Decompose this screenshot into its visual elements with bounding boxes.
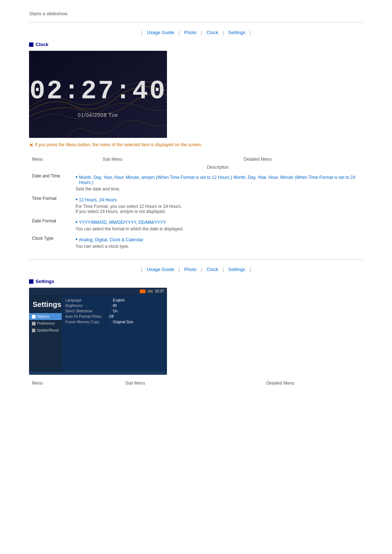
menu-label-date-time: Date and Time — [29, 172, 73, 194]
update-icon — [32, 329, 35, 332]
nav-sep-4: | — [222, 30, 224, 35]
clock-section-icon — [29, 42, 33, 47]
nav-sep-5: | — [250, 30, 251, 35]
col-detailed: Detailed Menu — [152, 155, 363, 163]
clock-date-display: 01/04/2008 Tue — [78, 112, 118, 118]
nav-photo[interactable]: Photo — [184, 30, 197, 35]
settings-menu-preference[interactable]: Preference — [29, 320, 62, 327]
settings-row-direct-slideshow: Direct Slideshow : On — [65, 308, 163, 314]
clock-time-display: 02:27:40 — [29, 77, 167, 106]
settings-panel: 15:37 Settings Options Preference Update… — [29, 288, 167, 375]
preference-icon — [32, 322, 36, 325]
settings-title: Settings — [29, 297, 62, 313]
nav-sep-1: | — [141, 30, 142, 35]
direct-slideshow-label: Direct Slideshow — [65, 309, 109, 313]
bullet-icon: • — [75, 219, 78, 225]
settings-top-bar: 15:37 — [29, 288, 167, 295]
bnav-sep-1: | — [141, 267, 142, 272]
nav-settings[interactable]: Settings — [228, 30, 245, 35]
brightness-value: 80 — [113, 304, 117, 308]
settings-row-auto-fit: Auto Fit Portrait Photo: Off — [65, 314, 163, 319]
auto-fit-value: Off — [109, 315, 114, 319]
frame-memory-value: Original Size — [113, 320, 134, 324]
table-row: Time Format • 12 Hours, 24 Hours For Tim… — [29, 194, 363, 217]
brightness-colon: : — [110, 304, 111, 308]
clock-table: Menu Sub Menu Detailed Menu Description … — [29, 155, 363, 252]
settings-main: Language : English Brightness : 80 Direc… — [62, 295, 167, 372]
settings-menu-table-wrapper: Menu Sub Menu Detailed Menu — [29, 379, 363, 387]
settings-section-icon — [29, 279, 33, 284]
date-format-option-text: YYYY/MM/DD, MM/DD/YYYY, DD/MM/YYYY — [79, 220, 166, 225]
intro-text: Starts a slideshow. — [29, 7, 363, 16]
bottom-col-menu: Menu — [29, 379, 73, 387]
preference-label: Preference — [37, 321, 55, 325]
brightness-label: Brightness — [65, 304, 109, 308]
bnav-photo[interactable]: Photo — [184, 267, 197, 272]
settings-menu-options[interactable]: Options — [29, 313, 62, 320]
date-time-option: • Month, Day, Year, Hour, Minute, am/pm … — [75, 175, 360, 185]
date-format-option: • YYYY/MM/DD, MM/DD/YYYY, DD/MM/YYYY — [75, 220, 360, 225]
col-description: Description — [73, 163, 363, 172]
settings-menu-update[interactable]: Update/Reset — [29, 327, 62, 334]
bottom-col-detailed: Detailed Menu — [198, 379, 363, 387]
settings-content: Settings Options Preference Update/Reset… — [29, 295, 167, 372]
lang-value: English — [113, 298, 125, 302]
divider-top — [29, 22, 363, 22]
frame-memory-colon: : — [110, 320, 111, 324]
table-row: Clock Type • Analog, Digital, Clock & Ca… — [29, 234, 363, 252]
nav-clock[interactable]: Clock — [207, 30, 219, 35]
clock-panel: 02:27:40 01/04/2008 Tue — [29, 51, 167, 138]
col-menu: Menu — [29, 155, 73, 163]
bnav-clock[interactable]: Clock — [207, 267, 219, 272]
menu-label-clock-type: Clock Type — [29, 234, 73, 252]
nav-usage-guide[interactable]: Usage Guide — [147, 30, 174, 35]
direct-slideshow-value: On — [113, 309, 118, 313]
time-format-option: • 12 Hours, 24 Hours — [75, 197, 360, 202]
table-row: Date and Time • Month, Day, Year, Hour, … — [29, 172, 363, 194]
settings-section-title: Settings — [36, 279, 54, 284]
bottom-nav: | Usage Guide | Photo | Clock | Settings… — [29, 263, 363, 276]
menu-label-date-format: Date Format — [29, 217, 73, 234]
bnav-usage-guide[interactable]: Usage Guide — [147, 267, 174, 272]
table-row: Date Format • YYYY/MM/DD, MM/DD/YYYY, DD… — [29, 217, 363, 234]
clock-section-header: Clock — [29, 42, 363, 47]
settings-sidebar: Settings Options Preference Update/Reset — [29, 295, 62, 372]
bullet-icon: • — [75, 174, 78, 180]
bnav-sep-5: | — [250, 267, 251, 272]
menu-label-time-format: Time Format — [29, 194, 73, 217]
bottom-col-submenu: Sub Menu — [73, 379, 198, 387]
date-time-desc: Sets the date and time. — [75, 186, 360, 192]
settings-row-brightness: Brightness : 80 — [65, 303, 163, 308]
nav-sep-3: | — [201, 30, 202, 35]
top-nav: | Usage Guide | Photo | Clock | Settings… — [29, 26, 363, 39]
clock-notice: ✕ If you press the Menu button, the menu… — [29, 142, 363, 148]
auto-fit-label: Auto Fit Portrait Photo: — [65, 315, 109, 319]
col-submenu: Sub Menu — [73, 155, 152, 163]
bullet-icon: • — [75, 197, 78, 202]
clock-type-option: • Analog, Digital, Clock & Calendar — [75, 237, 360, 242]
bnav-sep-3: | — [201, 267, 202, 272]
time-format-option-text: 12 Hours, 24 Hours — [79, 197, 117, 202]
battery-icon — [148, 290, 153, 293]
lang-label: Language — [65, 298, 109, 302]
settings-row-language: Language : English — [65, 297, 163, 303]
settings-table: Menu Sub Menu Detailed Menu — [29, 379, 363, 387]
bnav-settings[interactable]: Settings — [228, 267, 245, 272]
notice-icon: ✕ — [29, 142, 33, 148]
direct-slideshow-colon: : — [110, 309, 111, 313]
clock-type-desc: You can select a clock type. — [75, 244, 360, 249]
menu-content-date-time: • Month, Day, Year, Hour, Minute, am/pm … — [73, 172, 363, 194]
bnav-sep-4: | — [222, 267, 224, 272]
settings-time: 15:37 — [155, 289, 164, 293]
time-format-desc: For Time Format, you can select 12 Hours… — [75, 204, 360, 214]
options-label: Options — [37, 315, 49, 319]
signal-icon — [140, 290, 146, 293]
clock-type-option-text: Analog, Digital, Clock & Calendar — [79, 237, 143, 242]
menu-content-clock-type: • Analog, Digital, Clock & Calendar You … — [73, 234, 363, 252]
frame-memory-label: Frame Memory Copy — [65, 320, 109, 324]
clock-menu-table: Menu Sub Menu Detailed Menu Description … — [29, 155, 363, 252]
settings-row-frame-memory: Frame Memory Copy : Original Size — [65, 319, 163, 325]
bullet-icon: • — [75, 237, 78, 242]
clock-section-title: Clock — [36, 42, 48, 47]
settings-section-header: Settings — [29, 279, 363, 284]
